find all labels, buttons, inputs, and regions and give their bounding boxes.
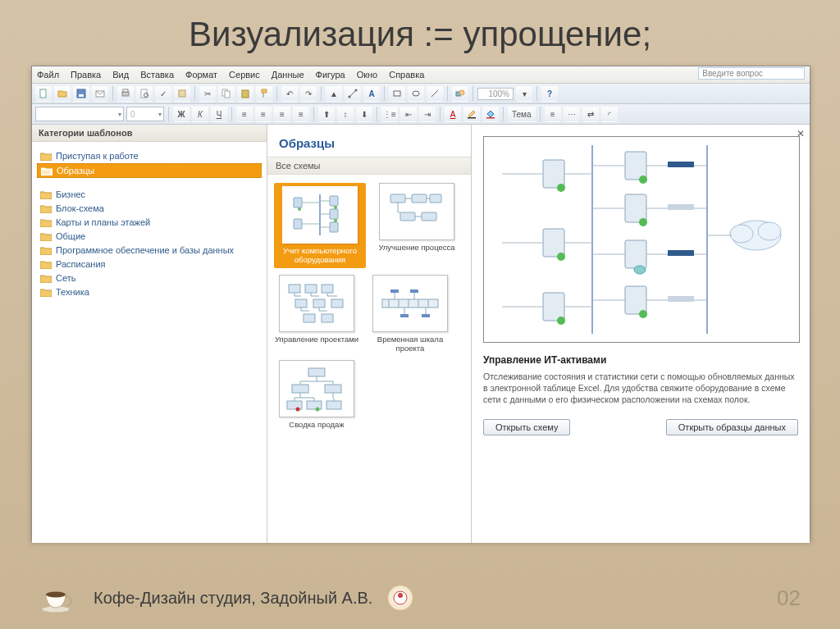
text-icon[interactable]: A — [363, 85, 380, 102]
font-size-combo[interactable]: 0 — [126, 107, 164, 121]
align-left-icon[interactable]: ≡ — [236, 106, 253, 122]
line-ends-icon[interactable]: ⇄ — [582, 106, 599, 122]
menu-help[interactable]: Справка — [389, 70, 424, 80]
zoom-combo[interactable]: 100% — [477, 88, 514, 100]
line-color-icon[interactable] — [463, 106, 480, 122]
svg-rect-8 — [179, 90, 185, 97]
preview-description: Отслеживание состояния и статистики сети… — [483, 371, 798, 406]
align-right-icon[interactable]: ≡ — [274, 106, 290, 122]
menu-window[interactable]: Окно — [357, 70, 378, 80]
align-center-icon[interactable]: ≡ — [255, 106, 272, 122]
template-label: Управление проектами — [275, 335, 358, 353]
template-label: Учет компьютерного оборудования — [277, 247, 363, 265]
theme-button[interactable]: Тема — [508, 106, 536, 122]
svg-rect-25 — [330, 222, 338, 232]
folder-icon — [40, 190, 52, 199]
increase-indent-icon[interactable]: ⇥ — [419, 106, 436, 122]
template-project-management[interactable]: Управление проектами — [274, 275, 359, 353]
svg-rect-24 — [330, 209, 338, 219]
open-icon[interactable] — [54, 85, 71, 102]
gallery-section: Все схемы — [267, 157, 471, 175]
sidebar-item-engineering[interactable]: Техника — [37, 285, 262, 299]
menu-edit[interactable]: Правка — [71, 70, 101, 80]
template-timeline[interactable]: Временная шкала проекта — [368, 275, 453, 353]
cut-icon[interactable]: ✂ — [199, 85, 216, 102]
folder-icon — [40, 152, 52, 161]
align-bottom-icon[interactable]: ⬇ — [356, 106, 372, 122]
corner-rounding-icon[interactable]: ◜ — [601, 106, 618, 122]
svg-point-75 — [634, 266, 646, 274]
font-color-icon[interactable]: A — [445, 106, 461, 122]
decrease-indent-icon[interactable]: ⇤ — [400, 106, 417, 122]
mail-icon[interactable] — [92, 85, 108, 102]
underline-icon[interactable]: Ч — [211, 106, 227, 122]
spelling-icon[interactable]: ✓ — [155, 85, 171, 102]
menu-format[interactable]: Формат — [185, 70, 217, 80]
template-thumb — [282, 186, 358, 244]
sidebar-item-maps[interactable]: Карты и планы этажей — [37, 216, 262, 229]
open-sample-data-button[interactable]: Открыть образцы данных — [666, 419, 798, 435]
format-painter-icon[interactable] — [256, 85, 272, 102]
italic-icon[interactable]: К — [192, 106, 208, 122]
svg-rect-14 — [394, 91, 400, 96]
folder-icon — [40, 260, 52, 269]
svg-rect-29 — [390, 194, 405, 203]
svg-rect-50 — [400, 314, 409, 317]
paste-icon[interactable] — [237, 85, 253, 102]
redo-icon[interactable]: ↷ — [300, 85, 317, 102]
menu-insert[interactable]: Вставка — [140, 70, 174, 80]
shapes-icon[interactable] — [452, 85, 468, 102]
bold-icon[interactable]: Ж — [173, 106, 189, 122]
sidebar-item-general[interactable]: Общие — [37, 230, 262, 243]
undo-icon[interactable]: ↶ — [281, 85, 298, 102]
research-icon[interactable] — [174, 85, 190, 102]
zoom-dropdown-icon[interactable]: ▾ — [516, 85, 532, 102]
new-icon[interactable] — [35, 85, 52, 102]
align-justify-icon[interactable]: ≡ — [293, 106, 309, 122]
line-pattern-icon[interactable]: ⋯ — [564, 106, 580, 122]
svg-rect-38 — [313, 299, 325, 308]
font-name-combo[interactable] — [35, 107, 124, 121]
menu-data[interactable]: Данные — [272, 70, 304, 80]
svg-point-74 — [639, 310, 647, 318]
help-search-box[interactable]: Введите вопрос — [698, 67, 805, 80]
rectangle-icon[interactable] — [389, 85, 405, 102]
help-icon[interactable]: ? — [541, 85, 558, 102]
copy-icon[interactable] — [218, 85, 235, 102]
print-icon[interactable] — [117, 85, 134, 102]
menu-file[interactable]: Файл — [37, 70, 59, 80]
line-weight-icon[interactable]: ≡ — [545, 106, 561, 122]
sidebar-item-label: Общие — [56, 231, 85, 241]
template-thumb — [379, 183, 454, 240]
template-process-improvement[interactable]: Улучшение процесса — [374, 183, 459, 268]
sidebar-item-software-db[interactable]: Программное обеспечение и базы данных — [37, 244, 262, 257]
sidebar-item-getting-started[interactable]: Приступая к работе — [37, 149, 262, 162]
save-icon[interactable] — [73, 85, 89, 102]
menu-view[interactable]: Вид — [112, 70, 129, 80]
sidebar-item-business[interactable]: Бизнес — [37, 188, 262, 201]
svg-rect-63 — [543, 229, 564, 257]
svg-rect-33 — [422, 212, 436, 221]
template-it-inventory[interactable]: Учет компьютерного оборудования — [274, 183, 366, 268]
svg-rect-55 — [287, 401, 302, 409]
sidebar-item-samples[interactable]: Образцы — [37, 163, 262, 178]
template-sales-summary[interactable]: Сводка продаж — [274, 360, 359, 439]
align-top-icon[interactable]: ⬆ — [318, 106, 335, 122]
connector-icon[interactable] — [345, 85, 361, 102]
sidebar-item-flowchart[interactable]: Блок-схема — [37, 202, 262, 215]
open-scheme-button[interactable]: Открыть схему — [483, 419, 570, 435]
bullets-icon[interactable]: ⋮≡ — [381, 106, 398, 122]
sidebar-item-network[interactable]: Сеть — [37, 271, 262, 285]
ellipse-icon[interactable] — [408, 85, 424, 102]
svg-rect-66 — [625, 194, 646, 222]
slide-footer: Кофе-Дизайн студия, Задойный А.В. — [0, 581, 840, 614]
sidebar-item-schedules[interactable]: Расписания — [37, 258, 262, 271]
align-middle-icon[interactable]: ↕ — [337, 106, 354, 122]
print-preview-icon[interactable] — [136, 85, 153, 102]
menu-shape[interactable]: Фигура — [316, 70, 345, 80]
pointer-icon[interactable]: ▲ — [326, 85, 342, 102]
fill-color-icon[interactable] — [482, 106, 499, 122]
menu-tools[interactable]: Сервис — [229, 70, 260, 80]
svg-rect-39 — [331, 299, 343, 308]
line-icon[interactable] — [427, 85, 443, 102]
